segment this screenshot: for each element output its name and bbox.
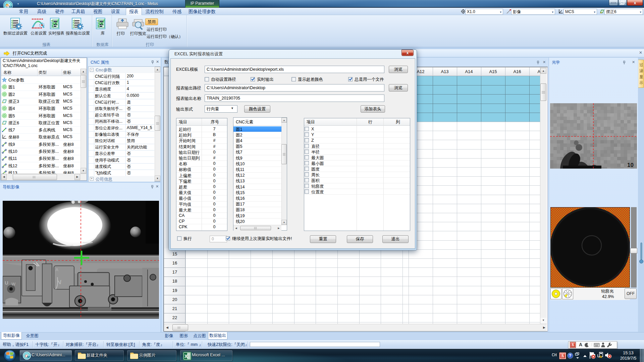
svg-text:W: W <box>11 282 16 287</box>
svg-text:U: U <box>5 280 8 286</box>
svg-text:X: X <box>184 354 188 359</box>
svg-text:10: 10 <box>627 162 634 168</box>
svg-text:A: A <box>55 267 59 272</box>
svg-text:!: ! <box>600 356 601 358</box>
svg-text:M: M <box>27 355 30 359</box>
